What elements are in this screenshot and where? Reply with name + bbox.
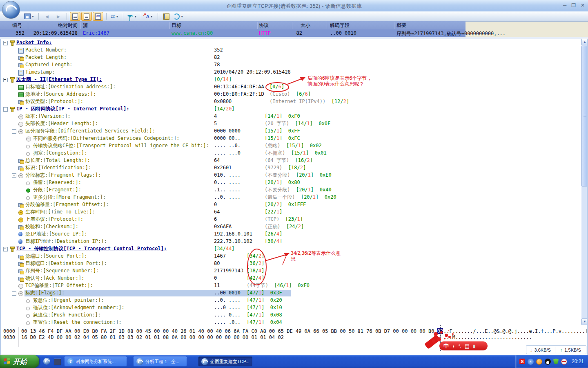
task-button-1[interactable]: 分析工程 1 - 全... bbox=[134, 357, 187, 366]
tree-row[interactable]: 校验和:[Checksum:]:0x6AFA(正确) [24/2] bbox=[0, 223, 581, 231]
column-header-2[interactable]: 源 bbox=[83, 22, 88, 29]
filter-button[interactable]: +▼ bbox=[126, 12, 138, 21]
column-header-4[interactable]: 协议 bbox=[259, 22, 269, 29]
ime-bar[interactable]: 中 ◗ °, ▤ ▮ bbox=[439, 341, 488, 350]
close-button[interactable]: ✕ bbox=[581, 2, 585, 8]
collapse-box[interactable] bbox=[12, 291, 16, 296]
ime-brush-icon[interactable]: ▮ bbox=[473, 343, 475, 349]
refresh-button[interactable]: ▼ bbox=[172, 12, 185, 21]
tree-row[interactable]: 区分服务字段:[Differentiated Services Field:]:… bbox=[0, 128, 581, 135]
task-button-2[interactable]: 企图重复建立TCP... bbox=[198, 357, 252, 366]
hex-line[interactable]: 000000 13 46 F4 DF AA 00 E0 B0 FA 2F 1D … bbox=[0, 328, 588, 334]
column-header-3[interactable]: 目标 bbox=[172, 22, 181, 29]
tree-row[interactable]: 协议类型:[Protocol:]:0x0800(Internet IP(IPv4… bbox=[0, 98, 581, 105]
collapse-box[interactable] bbox=[3, 41, 8, 45]
tree-row[interactable]: 上层协议:[Protocol:]:6(TCP) [23/1] bbox=[0, 216, 581, 223]
notebook-button[interactable] bbox=[161, 12, 172, 21]
field-extra: (最后一个段) [20/1] 0x20 bbox=[265, 194, 336, 201]
tree-row[interactable]: 生存时间:[Time To Live:]:64[22/1] bbox=[0, 209, 581, 216]
tree-row[interactable]: 版本:[Version:]:4[14/1] 0xF0 bbox=[0, 113, 581, 120]
tray-shield-360-icon[interactable] bbox=[553, 359, 559, 365]
tree-row[interactable]: TCP偏移量:[TCP Offset:]:11(44字节) [46/1] 0xF… bbox=[0, 282, 581, 289]
tree-row[interactable]: 目标地址:[Destination Address:]:00:13:46:F4:… bbox=[0, 83, 581, 91]
view-decode-toggle[interactable] bbox=[81, 12, 92, 21]
back-button[interactable]: ◄ bbox=[42, 12, 52, 21]
tree-row[interactable]: 以太网 - II[Ethernet Type II]:[0/14] bbox=[0, 76, 581, 83]
ime-mode-chinese[interactable]: 中 bbox=[443, 342, 449, 350]
column-header-1[interactable]: 绝对时间 bbox=[58, 22, 78, 29]
field-label: 源端口:[Source Port:]: bbox=[25, 253, 87, 260]
tray-blocked-icon[interactable] bbox=[561, 359, 567, 365]
minimize-button[interactable]: ─ bbox=[563, 2, 567, 8]
ime-keyboard-icon[interactable]: ▤ bbox=[465, 343, 470, 349]
window-controls: ─ ❐ ✕ bbox=[563, 2, 585, 8]
tree-row[interactable]: 拥塞:[Congestion:]:.... ...0(不拥塞) [15/1] 0… bbox=[0, 150, 581, 157]
ime-moon-icon[interactable]: ◗ bbox=[452, 343, 455, 349]
tree-row[interactable]: 序列号:[Sequence Number:]:2171997143[38/4] bbox=[0, 267, 581, 275]
tree-row[interactable]: 传输协议忽略CE位:[Transport Protocol will ignor… bbox=[0, 142, 581, 150]
tree-row[interactable]: 不同的服务代码:[Differentiated Services Codepoi… bbox=[0, 135, 581, 142]
tree-row[interactable]: 急迫位:[Push Function:]:.... 0...[47/1] 0x0… bbox=[0, 312, 581, 319]
tree-row[interactable]: 源端口:[Source Port:]:1467[34/2] bbox=[0, 253, 581, 260]
tree-row[interactable]: Packet Length:82 bbox=[0, 54, 581, 61]
tree-row[interactable]: Packet Info: bbox=[0, 39, 581, 47]
tree-row[interactable]: 目标端口:[Destination Port:]:80[36/2] bbox=[0, 260, 581, 267]
ime-punctuation-icon[interactable]: °, bbox=[459, 344, 461, 348]
tree-row[interactable]: 总长度:[Total Length:]:64(64 字节) [16/2] bbox=[0, 157, 581, 164]
restore-button[interactable]: ❐ bbox=[571, 2, 576, 8]
tree-row[interactable]: 更多分段:[More Fragment:]:..0. ....(最后一个段) [… bbox=[0, 194, 581, 201]
tree-row[interactable]: 分段:[Fragment:]:.1.. ....(不要分段) [20/1] 0x… bbox=[0, 186, 581, 194]
view-summary-toggle[interactable] bbox=[70, 12, 80, 21]
view-hex-toggle[interactable] bbox=[93, 12, 103, 21]
packet-grid-row[interactable]: 35220:12:09.615428Eric:1467www.csna.cn:8… bbox=[0, 29, 466, 37]
collapse-box[interactable] bbox=[12, 173, 16, 178]
tree-row[interactable]: 重置位:[Reset the connection:]:.... .0..[47… bbox=[0, 319, 581, 325]
column-header-5[interactable]: 大小 bbox=[301, 22, 310, 29]
field-extra: [30/4] bbox=[265, 238, 282, 245]
task-button-0[interactable]: e科来网络分析系统... bbox=[65, 357, 127, 366]
quick-launch-colasoft-icon[interactable] bbox=[43, 358, 50, 365]
export-button[interactable]: ⇄▼ bbox=[109, 12, 120, 21]
find-replace-button[interactable]: A▼ bbox=[144, 12, 155, 21]
collapse-box[interactable] bbox=[3, 247, 8, 251]
field-value: 0... .... bbox=[214, 179, 241, 186]
tree-row[interactable]: TCP - 传输控制协议[TCP - Transport Control Pro… bbox=[0, 245, 581, 253]
tray-app-orange-icon[interactable] bbox=[536, 359, 542, 365]
ime-toolbar[interactable]: 中 ◗ °, ▤ ▮ bbox=[427, 330, 489, 352]
tree-row[interactable]: IP - 因特网协议[IP - Internet Protocol]:[14/2… bbox=[0, 105, 581, 113]
start-button[interactable]: 开始 bbox=[0, 355, 39, 368]
tree-row[interactable]: 确认位:[Acknowledgment number:]:...0 ....[4… bbox=[0, 304, 581, 312]
tree-row[interactable]: 紧急位:[Urgent pointer:]:..0. ....[47/1] 0x… bbox=[0, 297, 581, 304]
hex-bytes[interactable]: 00 13 46 F4 DF AA 00 E0 B0 FA 2F 1D 08 0… bbox=[21, 328, 443, 334]
tree-row[interactable]: Captured Length:78 bbox=[0, 61, 581, 69]
circle-icon bbox=[26, 145, 30, 148]
collapse-box[interactable] bbox=[3, 107, 8, 112]
hex-line[interactable]: 003016 D0 E2 4D 00 00 02 04 05 80 01 03 … bbox=[0, 334, 588, 341]
save-button[interactable]: ▼ bbox=[23, 12, 36, 21]
tree-row[interactable]: 源IP地址:[Source IP:]:192.168.0.101[26/4] bbox=[0, 231, 581, 238]
quick-launch-app-icon[interactable] bbox=[54, 359, 61, 365]
tree-row[interactable]: 分段标志:[Fragment Flags:]:010. ....(不要分段) [… bbox=[0, 172, 581, 179]
tray-qq-icon[interactable] bbox=[545, 359, 551, 365]
tree-row[interactable]: 头部长度:[Header Length:]:5(20 字节) [14/1] 0x… bbox=[0, 120, 581, 128]
column-header-7[interactable]: 概要 bbox=[396, 22, 406, 29]
tree-row[interactable]: 标识:[Identification:]:0x2601(9729) [18/2] bbox=[0, 164, 581, 172]
tree-row[interactable]: Packet Number:352 bbox=[0, 47, 581, 54]
tray-sogou-icon[interactable]: S bbox=[519, 359, 525, 364]
collapse-box[interactable] bbox=[12, 129, 16, 134]
field-label: 版本:[Version:]: bbox=[25, 113, 71, 120]
hex-bytes[interactable]: 16 D0 E2 4D 00 00 02 04 05 80 01 03 03 0… bbox=[21, 334, 284, 340]
collapse-box[interactable] bbox=[3, 78, 8, 82]
column-header-6[interactable]: 解码字段 bbox=[330, 22, 350, 29]
tree-row[interactable]: 保留:[Reserved:]:0... ....[20/1] 0x80 bbox=[0, 179, 581, 186]
forward-button[interactable]: ► bbox=[53, 12, 64, 21]
tree-row[interactable]: 标志:[Flags:]:..00 0010[47/1] 0x3F bbox=[0, 289, 581, 297]
tree-row[interactable]: 源地址:[Source Address:]:00:E0:B0:FA:2F:1D(… bbox=[0, 91, 581, 98]
tree-row[interactable]: 目标IP地址:[Destination IP:]:222.73.10.102[3… bbox=[0, 238, 581, 245]
column-header-0[interactable]: 编号 bbox=[12, 22, 22, 29]
tray-collapse-icon[interactable]: ‹ bbox=[528, 359, 534, 365]
tree-row[interactable]: 分段偏移量:[Fragment Offset:]:0[20/2] 0x1FFF bbox=[0, 201, 581, 209]
tree-row[interactable]: 确认号:[Ack Number:]:0[42/4] bbox=[0, 275, 581, 282]
hex-dump-panel[interactable]: 000000 13 46 F4 DF AA 00 E0 B0 FA 2F 1D … bbox=[0, 325, 588, 355]
tree-row[interactable]: Timestamp:2010/04/20 20:12:09.615428 bbox=[0, 69, 581, 76]
